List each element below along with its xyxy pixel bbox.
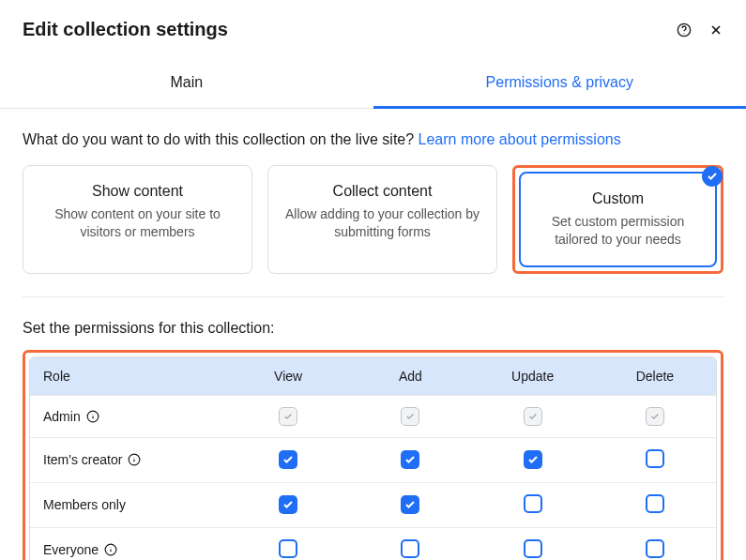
checkbox-add[interactable] <box>401 539 419 558</box>
info-icon[interactable] <box>86 410 99 423</box>
role-cell: Members only <box>30 486 227 523</box>
tab-permissions[interactable]: Permissions & privacy <box>373 59 747 109</box>
learn-more-link[interactable]: Learn more about permissions <box>419 131 621 147</box>
cell-update <box>472 528 594 560</box>
edit-collection-dialog: Edit collection settings Main Permission… <box>0 0 746 560</box>
selected-check-icon <box>702 166 723 187</box>
permission-mode-cards: Show content Show content on your site t… <box>23 165 723 274</box>
permissions-table: Role View Add Update Delete AdminItem's … <box>29 356 717 560</box>
tab-main[interactable]: Main <box>0 59 373 108</box>
table-row: Item's creator <box>30 438 716 483</box>
role-label: Everyone <box>43 542 99 557</box>
divider <box>23 296 723 297</box>
table-row: Admin <box>30 396 716 438</box>
checkbox-delete[interactable] <box>646 539 664 558</box>
permissions-section-label: Set the permissions for this collection: <box>23 320 723 337</box>
card-custom[interactable]: Custom Set custom permission tailored to… <box>519 172 717 267</box>
table-row: Everyone <box>30 528 716 560</box>
card-title: Collect content <box>283 183 481 200</box>
cell-delete <box>594 528 716 560</box>
card-title: Custom <box>536 190 700 207</box>
checkbox-view[interactable] <box>279 495 297 514</box>
checkbox-delete[interactable] <box>646 494 664 513</box>
dialog-content: What do you want to do with this collect… <box>0 109 746 560</box>
help-icon[interactable] <box>677 23 692 38</box>
role-label: Item's creator <box>43 452 122 467</box>
header-actions <box>677 23 723 38</box>
role-cell: Item's creator <box>30 441 227 478</box>
cell-view <box>227 396 349 437</box>
checkbox-update <box>524 407 542 426</box>
dialog-header: Edit collection settings <box>0 0 746 48</box>
role-label: Admin <box>43 409 81 424</box>
checkbox-update[interactable] <box>524 539 542 558</box>
col-add: Add <box>349 357 471 395</box>
dialog-title: Edit collection settings <box>23 19 228 40</box>
tabs: Main Permissions & privacy <box>0 59 746 109</box>
highlight-permissions-table: Role View Add Update Delete AdminItem's … <box>23 350 723 560</box>
card-desc: Allow adding to your collection by submi… <box>283 205 481 241</box>
info-icon[interactable] <box>104 543 117 556</box>
cell-delete <box>594 438 716 482</box>
cell-update <box>472 439 594 480</box>
card-show-content[interactable]: Show content Show content on your site t… <box>23 165 252 274</box>
cell-view <box>227 439 349 480</box>
cell-delete <box>594 396 716 437</box>
col-delete: Delete <box>594 357 716 395</box>
svg-point-1 <box>683 33 684 34</box>
close-icon[interactable] <box>708 23 723 38</box>
card-desc: Set custom permission tailored to your n… <box>536 213 700 249</box>
svg-point-5 <box>134 457 135 458</box>
card-desc: Show content on your site to visitors or… <box>38 205 236 241</box>
checkbox-view[interactable] <box>279 539 297 558</box>
checkbox-add[interactable] <box>401 450 419 469</box>
checkbox-add <box>401 407 419 426</box>
cell-view <box>227 484 349 525</box>
svg-point-7 <box>111 547 112 548</box>
cell-update <box>472 483 594 527</box>
checkbox-delete <box>646 407 664 426</box>
col-view: View <box>227 357 349 395</box>
prompt-text: What do you want to do with this collect… <box>23 131 419 147</box>
checkbox-view <box>279 407 297 426</box>
role-label: Members only <box>43 497 126 512</box>
checkbox-view[interactable] <box>279 450 297 469</box>
cell-add <box>349 484 471 525</box>
role-cell: Admin <box>30 398 227 435</box>
info-icon[interactable] <box>128 453 141 466</box>
col-role: Role <box>30 357 227 395</box>
cell-add <box>349 396 471 437</box>
card-collect-content[interactable]: Collect content Allow adding to your col… <box>267 165 497 274</box>
col-update: Update <box>472 357 594 395</box>
checkbox-delete[interactable] <box>646 449 664 468</box>
table-header-row: Role View Add Update Delete <box>30 357 716 396</box>
role-cell: Everyone <box>30 531 227 560</box>
svg-point-3 <box>92 414 93 415</box>
checkbox-update[interactable] <box>524 450 542 469</box>
highlight-custom-card: Custom Set custom permission tailored to… <box>512 165 723 274</box>
checkbox-add[interactable] <box>401 495 419 514</box>
cell-delete <box>594 483 716 527</box>
cell-view <box>227 528 349 560</box>
cell-update <box>472 396 594 437</box>
cell-add <box>349 528 471 560</box>
card-title: Show content <box>38 183 236 200</box>
checkbox-update[interactable] <box>524 494 542 513</box>
cell-add <box>349 439 471 480</box>
prompt-row: What do you want to do with this collect… <box>23 131 723 148</box>
table-row: Members only <box>30 483 716 528</box>
